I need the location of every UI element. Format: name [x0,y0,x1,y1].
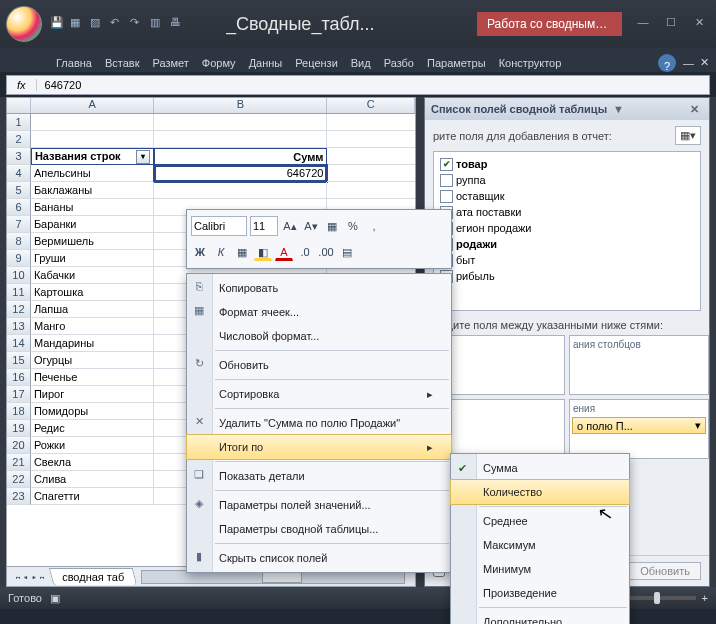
update-button[interactable]: Обновить [629,562,701,580]
cell[interactable]: Апельсины [31,165,154,182]
cell[interactable]: Печенье [31,369,154,386]
tab[interactable]: Вид [345,54,377,72]
cell[interactable] [154,131,327,148]
cell[interactable] [31,131,154,148]
cell[interactable]: Свекла [31,454,154,471]
menu-refresh[interactable]: ↻Обновить [187,353,451,377]
cell[interactable]: Пирог [31,386,154,403]
maximize-button[interactable]: ☐ [660,16,682,32]
submenu-more[interactable]: Дополнительно... [451,610,629,624]
col-header[interactable]: B [154,98,327,113]
col-header[interactable]: C [327,98,415,113]
layout-options-button[interactable]: ▦▾ [675,126,701,145]
cell[interactable] [327,182,415,199]
field-checkbox[interactable]: рибыль [438,268,696,284]
row-header[interactable]: 23 [7,488,31,505]
submenu-product[interactable]: Произведение [451,581,629,605]
cell[interactable] [327,114,415,131]
row-header[interactable]: 20 [7,437,31,454]
row-header[interactable]: 8 [7,233,31,250]
cell[interactable]: Сумм [154,148,327,165]
row-header[interactable]: 6 [7,199,31,216]
merge-icon[interactable]: ▤ [338,243,356,261]
close-icon[interactable]: ✕ [694,53,710,72]
cell[interactable] [154,182,327,199]
percent-icon[interactable]: % [344,217,362,235]
qat-icon[interactable]: ▥ [150,16,166,32]
cell[interactable]: Вермишель [31,233,154,250]
formula-value[interactable]: 646720 [37,79,90,91]
cell[interactable] [31,114,154,131]
table-row[interactable]: 1 [7,114,415,131]
grow-font-icon[interactable]: A▴ [281,217,299,235]
submenu-max[interactable]: Максимум [451,533,629,557]
field-checkbox[interactable]: товар [438,156,696,172]
field-checkbox[interactable]: родажи [438,236,696,252]
save-icon[interactable]: 💾 [50,16,66,32]
row-header[interactable]: 4 [7,165,31,182]
row-header[interactable]: 1 [7,114,31,131]
qat-icon[interactable]: ▨ [90,16,106,32]
tab[interactable]: Главна [50,54,98,72]
cell[interactable]: Помидоры [31,403,154,420]
cell[interactable]: Огурцы [31,352,154,369]
cell[interactable]: Слива [31,471,154,488]
sheet-tab[interactable]: сводная таб [49,568,138,585]
zoom-in-icon[interactable]: + [702,592,708,604]
cell[interactable] [327,148,415,165]
cell[interactable]: Спагетти [31,488,154,505]
tab[interactable]: Рецензи [289,54,344,72]
field-checkbox[interactable]: егион продажи [438,220,696,236]
sheet-nav[interactable]: ꟷ◂▸ꟷ [11,571,51,583]
menu-remove-field[interactable]: ✕Удалить "Сумма по полю Продажи" [187,411,451,435]
field-checkbox[interactable]: быт [438,252,696,268]
cell[interactable]: Названия строк▾ [31,148,154,165]
row-header[interactable]: 12 [7,301,31,318]
cell[interactable]: Редис [31,420,154,437]
menu-totals-by[interactable]: Итоги по▸ [187,435,451,459]
menu-field-settings[interactable]: ◈Параметры полей значений... [187,493,451,517]
row-header[interactable]: 19 [7,420,31,437]
field-checkbox[interactable]: ата поставки [438,204,696,220]
decrease-decimal-icon[interactable]: .0 [296,243,314,261]
row-header[interactable]: 14 [7,335,31,352]
cell[interactable]: Лапша [31,301,154,318]
qat-icon[interactable]: ▦ [70,16,86,32]
chevron-down-icon[interactable]: ▼ [613,103,624,115]
field-checkbox[interactable]: руппа [438,172,696,188]
cell[interactable] [327,165,415,182]
table-row[interactable]: 5Баклажаны [7,182,415,199]
col-header[interactable]: A [31,98,154,113]
row-header[interactable]: 3 [7,148,31,165]
cell[interactable]: Рожки [31,437,154,454]
row-header[interactable]: 9 [7,250,31,267]
cell[interactable]: Манго [31,318,154,335]
tab[interactable]: Размет [146,54,194,72]
cell[interactable]: Картошка [31,284,154,301]
undo-icon[interactable]: ↶ [110,16,126,32]
font-size-input[interactable] [250,216,278,236]
row-header[interactable]: 11 [7,284,31,301]
italic-icon[interactable]: К [212,243,230,261]
border-icon[interactable]: ▦ [233,243,251,261]
value-field-item[interactable]: о полю П...▾ [572,417,706,434]
help-button[interactable]: ? [658,54,676,72]
cell[interactable]: Мандарины [31,335,154,352]
row-header[interactable]: 2 [7,131,31,148]
row-header[interactable]: 21 [7,454,31,471]
cell[interactable]: Баклажаны [31,182,154,199]
redo-icon[interactable]: ↷ [130,16,146,32]
row-header[interactable]: 18 [7,403,31,420]
format-icon[interactable]: ▦ [323,217,341,235]
menu-show-details[interactable]: ❏Показать детали [187,464,451,488]
menu-format-cells[interactable]: ▦Формат ячеек... [187,300,451,324]
close-button[interactable]: ✕ [688,16,710,32]
zone-column-labels[interactable]: ания столбцов [569,335,709,395]
table-row[interactable]: 4Апельсины646720 [7,165,415,182]
select-all-cell[interactable] [7,98,31,113]
row-header[interactable]: 16 [7,369,31,386]
submenu-min[interactable]: Минимум [451,557,629,581]
fx-icon[interactable]: fx [7,79,37,91]
tab[interactable]: Форму [196,54,242,72]
tab[interactable]: Данны [243,54,289,72]
